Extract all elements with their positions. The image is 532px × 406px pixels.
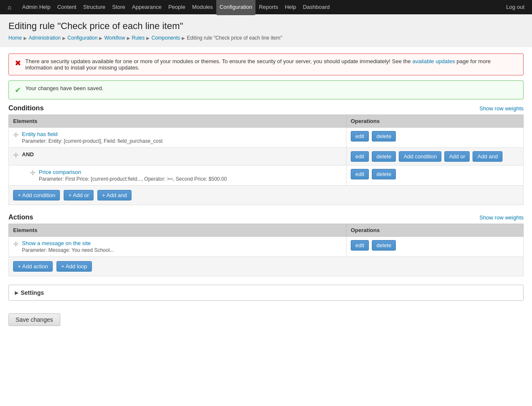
drag-handle-1[interactable]: ✛ [13,131,19,139]
alert-success-text: Your changes have been saved. [25,85,103,91]
conditions-table: Elements Operations ✛ Entity has field P… [8,115,524,186]
actions-section: Actions Show row weights Elements Operat… [8,214,524,276]
save-changes-button[interactable]: Save changes [8,313,60,326]
actions-add-buttons: + Add action + Add loop [8,257,524,276]
condition-element-3: ✛ Price comparison Parameter: First Pric… [9,166,347,186]
condition-and-element: ✛ AND [9,148,347,166]
settings-chevron: ▶ [15,290,18,296]
breadcrumb-sep-5: ▶ [146,36,150,40]
alert-error-text: There are security updates available for… [25,58,517,71]
action-row-1: ✛ Show a message on the site Parameter: … [9,237,524,257]
nav-item-appearance[interactable]: Appearance [129,0,165,14]
add-condition-button[interactable]: + Add condition [13,190,60,200]
nav-item-admin-help[interactable]: Admin Help [19,0,54,14]
actions-col-operations: Operations [347,224,524,237]
page-header: Editing rule "Check price of each line i… [0,14,532,47]
breadcrumb-rules[interactable]: Rules [132,35,145,41]
logout-link[interactable]: Log out [503,0,528,14]
condition-and-ops: edit delete Add condition Add or Add and [347,148,524,166]
actions-col-elements: Elements [9,224,347,237]
breadcrumb-sep-2: ▶ [62,36,66,40]
breadcrumb-sep-6: ▶ [182,36,185,40]
condition-and-label: AND [22,151,34,158]
conditions-title: Conditions [8,104,44,112]
breadcrumb-home[interactable]: Home [8,35,22,41]
home-icon[interactable]: ⌂ [4,0,14,14]
actions-title: Actions [8,214,33,221]
condition-and-row: ✛ AND edit delete Add condition Add or [9,148,524,166]
nav-item-configuration[interactable]: Configuration [216,0,255,15]
add-loop-button[interactable]: + Add loop [56,261,92,272]
page-title: Editing rule "Check price of each line i… [8,21,524,32]
top-navigation: ⌂ Admin Help Content Structure Store App… [0,0,532,14]
condition-3-param: Parameter: First Price: [current-product… [39,176,342,182]
condition-3-ops: edit delete [347,166,524,186]
add-or-button[interactable]: + Add or [64,190,94,200]
conditions-col-operations: Operations [347,115,524,128]
available-updates-link[interactable]: available updates [412,58,455,64]
condition-1-link[interactable]: Entity has field [22,131,58,137]
condition-1-edit-button[interactable]: edit [351,131,369,142]
settings-label: Settings [21,289,44,296]
nav-item-modules[interactable]: Modules [189,0,216,14]
action-element-1: ✛ Show a message on the site Parameter: … [9,237,347,257]
nav-item-content[interactable]: Content [54,0,80,14]
condition-and-add-condition-button[interactable]: Add condition [399,151,441,162]
breadcrumb: Home ▶ Administration ▶ Configuration ▶ … [8,35,524,45]
settings-section: ▶ Settings [8,285,524,301]
nav-item-store[interactable]: Store [109,0,129,14]
conditions-col-elements: Elements [9,115,347,128]
nav-item-help[interactable]: Help [282,0,300,14]
conditions-section: Conditions Show row weights Elements Ope… [8,104,524,205]
breadcrumb-current: Editing rule "Check price of each line i… [187,35,282,41]
breadcrumb-administration[interactable]: Administration [29,35,61,41]
condition-element-1: ✛ Entity has field Parameter: Entity: [c… [9,128,347,148]
condition-and-edit-button[interactable]: edit [351,151,369,162]
condition-row-3: ✛ Price comparison Parameter: First Pric… [9,166,524,186]
condition-1-ops: edit delete [347,128,524,148]
conditions-show-row-weights[interactable]: Show row weights [479,105,524,112]
conditions-section-header: Conditions Show row weights [8,104,524,112]
conditions-add-buttons: + Add condition + Add or + Add and [8,186,524,205]
nav-item-dashboard[interactable]: Dashboard [299,0,333,14]
alert-success: ✔ Your changes have been saved. [8,80,524,99]
alert-error: ✖ There are security updates available f… [8,53,524,75]
breadcrumb-sep-3: ▶ [99,36,102,40]
save-row: Save changes [8,309,524,339]
add-action-button[interactable]: + Add action [13,261,53,272]
actions-table: Elements Operations ✛ Show a message on … [8,224,524,257]
add-and-button[interactable]: + Add and [97,190,132,200]
nav-item-reports[interactable]: Reports [255,0,282,14]
drag-handle-3[interactable]: ✛ [30,169,35,177]
nav-item-people[interactable]: People [165,0,188,14]
main-content: ✖ There are security updates available f… [0,47,532,345]
breadcrumb-components[interactable]: Components [151,35,180,41]
settings-header[interactable]: ▶ Settings [9,285,523,300]
breadcrumb-sep-1: ▶ [24,36,27,40]
action-1-param: Parameter: Message: You need School... [22,247,342,253]
action-1-delete-button[interactable]: delete [372,240,396,251]
action-1-link[interactable]: Show a message on the site [22,240,91,246]
action-drag-handle-1[interactable]: ✛ [13,240,19,248]
condition-and-add-and-button[interactable]: Add and [473,151,502,162]
condition-1-delete-button[interactable]: delete [372,131,396,142]
nav-item-structure[interactable]: Structure [80,0,109,14]
success-icon: ✔ [15,85,21,95]
actions-show-row-weights[interactable]: Show row weights [479,214,524,221]
breadcrumb-workflow[interactable]: Workflow [104,35,125,41]
condition-1-param: Parameter: Entity: [current-product], Fi… [22,138,342,144]
condition-3-edit-button[interactable]: edit [351,169,369,179]
condition-3-delete-button[interactable]: delete [372,169,396,179]
condition-and-add-or-button[interactable]: Add or [444,151,470,162]
condition-row-1: ✛ Entity has field Parameter: Entity: [c… [9,128,524,148]
breadcrumb-sep-4: ▶ [127,36,130,40]
drag-handle-and[interactable]: ✛ [13,151,19,159]
action-1-edit-button[interactable]: edit [351,240,369,251]
action-1-ops: edit delete [347,237,524,257]
breadcrumb-configuration[interactable]: Configuration [67,35,97,41]
condition-3-link[interactable]: Price comparison [39,169,81,175]
condition-and-delete-button[interactable]: delete [372,151,396,162]
error-icon: ✖ [15,59,21,68]
actions-section-header: Actions Show row weights [8,214,524,221]
